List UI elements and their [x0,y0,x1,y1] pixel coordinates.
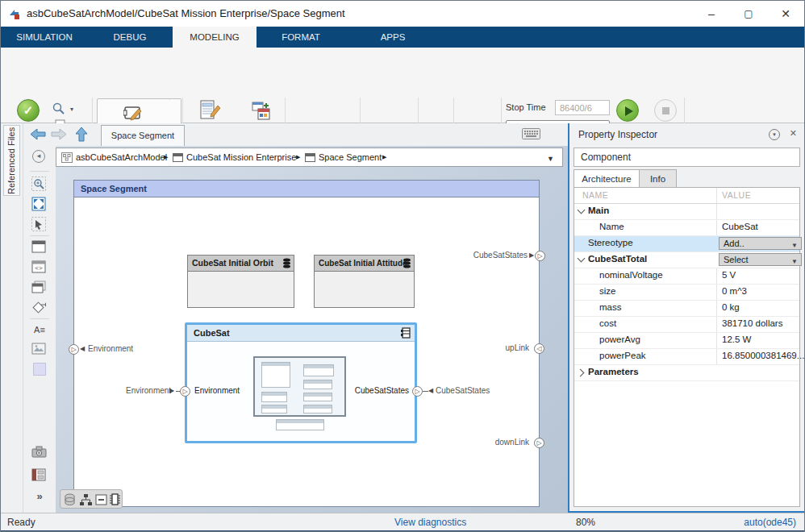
reference-component-tool-icon[interactable] [31,281,48,297]
property-value[interactable]: 0 kg [722,302,740,312]
property-group-cubesattotal[interactable]: CubeSatTotal Select▼ [574,252,799,268]
maximize-button[interactable]: ▢ [730,1,767,27]
document-tab-space-segment[interactable]: Space Segment [101,125,185,146]
minimize-button[interactable]: – [693,1,730,27]
tab-debug[interactable]: DEBUG [96,27,164,48]
close-button[interactable]: ✕ [767,1,804,27]
property-value[interactable]: 5 V [722,270,736,280]
column-divider [716,268,717,284]
solver-indicator[interactable]: auto(ode45) [744,517,796,528]
tab-simulation[interactable]: SIMULATION [10,27,78,48]
breadcrumb-item-space-segment[interactable]: Space Segment [319,152,382,162]
adapter-tool-icon[interactable] [31,301,48,317]
component-cubesat-initial-attitude[interactable]: CubeSat Initial Attitude [314,255,415,308]
simulink-window: asbCubeSatArchModel/CubeSat Mission Ente… [0,0,805,532]
area-tool-icon[interactable] [33,363,46,376]
breadcrumb-dropdown-icon[interactable]: ▼ [547,155,554,163]
panel-close-icon[interactable]: ✕ [790,128,797,139]
select-tool-icon[interactable] [31,217,48,233]
cubesat-in-port-icon[interactable]: ▷ [180,386,190,397]
keyboard-shortcuts-icon[interactable] [522,128,540,139]
forward-icon[interactable] [51,128,67,140]
hierarchy-perspective-icon[interactable] [79,493,93,506]
group-label: Main [588,206,609,215]
breadcrumb-separator-icon: ▶ [382,154,386,160]
view-diagnostics-link[interactable]: View diagnostics [394,517,466,528]
property-value[interactable]: 381710 dollars [722,318,782,328]
tab-info[interactable]: Info [640,169,677,188]
property-row-name[interactable]: Name CubeSat [574,220,799,236]
screenshot-icon[interactable] [31,446,48,462]
property-group-main[interactable]: Main [574,204,799,220]
breadcrumb-item-enterprise[interactable]: CubeSat Mission Enterprise [186,152,296,162]
run-button[interactable] [616,99,639,122]
component-tool-icon[interactable] [31,240,48,256]
requirements-perspective-icon[interactable] [95,493,107,506]
dropdown-caret-icon: ▼ [791,240,798,251]
stop-time-input[interactable]: 86400/6 [555,100,610,115]
cubesat-out-port-icon[interactable]: ▷ [412,386,423,397]
component-cubesat-initial-orbit[interactable]: CubeSat Initial Orbit [187,255,294,308]
property-row-powerpeak[interactable]: powerPeak 16.850000381469... [574,349,799,365]
interface-perspective-icon[interactable] [64,493,76,506]
variant-component-tool-icon[interactable]: <> [31,260,48,276]
hide-explorer-bar-icon[interactable]: ◂ [32,150,45,163]
property-name: Stereotype [588,238,633,247]
stop-time-label: Stop Time [506,102,546,112]
property-table: NAME VALUE Main Name CubeSat Stereotype … [574,187,800,507]
architecture-perspective-icon[interactable] [109,493,121,506]
stereotype-database-icon [282,258,291,268]
tab-format[interactable]: FORMAT [267,27,335,48]
stop-icon [662,107,669,114]
stop-button[interactable] [654,99,677,122]
stereotype-dropdown[interactable]: Add..▼ [719,237,802,250]
status-ready: Ready [7,517,35,528]
tab-modeling[interactable]: MODELING [173,27,257,48]
titlebar: asbCubeSatArchModel/CubeSat Mission Ente… [1,1,805,27]
more-tools-icon[interactable]: » [31,489,48,505]
boundary-port-cubesatstates-label: CubeSatStates [473,251,528,260]
referenced-files-tab[interactable]: Referenced Files [3,125,20,196]
boundary-port-downlink-icon[interactable]: ▷ [534,438,544,448]
chevron-down-icon [578,206,586,214]
property-row-cost[interactable]: cost 381710 dollars [574,317,799,333]
component-title: CubeSat Initial Attitude [319,259,407,268]
cubesattotal-dropdown[interactable]: Select▼ [719,253,802,266]
property-row-mass[interactable]: mass 0 kg [574,301,799,317]
annotation-tool-icon[interactable]: A≡ [31,322,48,339]
breadcrumb-separator-icon: ▶ [164,154,168,160]
panel-menu-icon[interactable]: ▾ [769,129,780,140]
breadcrumb-item-model[interactable]: asbCubeSatArchModel [76,152,167,162]
boundary-port-uplink-icon[interactable]: ◁ [534,343,544,354]
tab-apps[interactable]: APPS [359,27,427,48]
fit-to-view-icon[interactable] [31,197,48,213]
connection-line [423,391,428,392]
column-divider [716,285,717,300]
property-name: powerAvg [599,335,640,344]
model-advisor-icon: ✓ [17,99,40,122]
image-tool-icon[interactable] [31,343,48,359]
up-to-parent-icon[interactable] [75,127,88,142]
property-value[interactable]: 16.850000381469... [722,351,804,360]
property-group-parameters[interactable]: Parameters [574,365,799,381]
property-row-poweravg[interactable]: powerAvg 12.5 W [574,333,799,349]
cubesat-thumbnail-box [303,405,332,414]
property-row-size[interactable]: size 0 m^3 [574,285,799,301]
property-row-stereotype[interactable]: Stereotype Add..▼ [574,236,799,252]
property-row-nominalvoltage[interactable]: nominalVoltage 5 V [574,268,799,285]
back-icon[interactable] [30,128,46,140]
boundary-port-environment-icon[interactable]: ▷ [69,344,79,355]
find-caret-icon[interactable]: ▾ [70,106,73,113]
zoom-icon[interactable] [31,177,48,193]
boundary-port-cubesatstates-icon[interactable]: ▷ [535,251,545,261]
property-value[interactable]: 12.5 W [722,335,751,344]
tab-architecture[interactable]: Architecture [574,169,640,188]
cubesat-thumbnail-box [261,362,290,388]
property-value[interactable]: CubeSat [722,222,758,231]
simulink-model-icon [8,7,21,20]
property-name: nominalVoltage [599,270,663,280]
group-label: CubeSatTotal [588,254,647,264]
find-icon[interactable] [52,102,65,115]
property-value[interactable]: 0 m^3 [722,286,747,296]
model-browser-icon[interactable] [31,468,48,484]
